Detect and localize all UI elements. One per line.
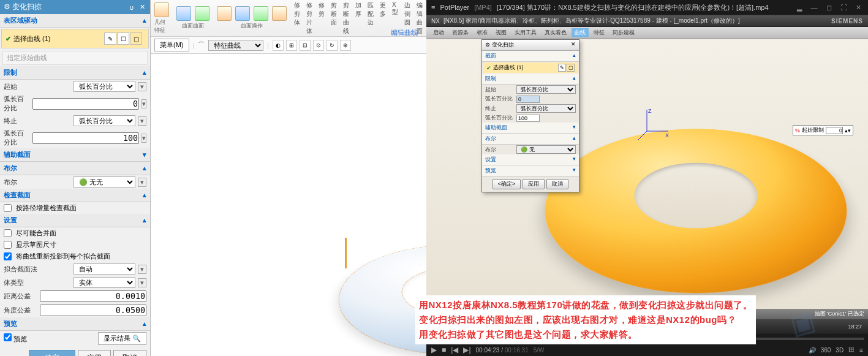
nx85-viewport: ⚙ 变化扫掠✕ 截面▴ ✔选择曲线 (1) ✎▢ 限制▴ 起始弧长百分比 弧长百… [426, 39, 868, 309]
dlg-close-icon[interactable]: ✕ [571, 41, 576, 49]
svg-text:Z: Z [648, 108, 652, 114]
stop-icon[interactable]: ■ [442, 346, 446, 354]
taskbar-clock: 18:27 [848, 324, 866, 330]
origin-curve-input: 指定原始曲线 [2, 51, 148, 65]
min-icon[interactable]: ▂ [794, 2, 804, 12]
auto-icon[interactable]: υ [127, 3, 136, 12]
playlist-icon[interactable]: ≡ [859, 347, 863, 354]
close-icon[interactable]: ✕ [138, 3, 146, 12]
nx12-main: 几何特征 曲面曲面 曲面操作 修剪体修剪片体 修剪剪断面 剪断曲线加厚 匹配边更… [151, 0, 426, 356]
svg-line-2 [638, 131, 647, 140]
dlg-ok-button[interactable]: <确定> [492, 179, 521, 189]
pot-app-name: PotPlayer [440, 4, 469, 11]
show-dim-cb[interactable] [4, 241, 12, 249]
ang-tol-input[interactable] [40, 305, 146, 316]
end-value-input[interactable] [32, 132, 139, 144]
start-limit-annotation[interactable]: %起始限制 ▴▾ [793, 125, 853, 135]
axis-triad-icon: ZX [635, 107, 671, 145]
dist-tol-input[interactable] [40, 290, 146, 302]
nx-logo-icon: NX [431, 18, 440, 25]
dlg-cancel-button[interactable]: 取消 [546, 179, 568, 189]
ribbon: 几何特征 曲面曲面 曲面操作 修剪体修剪片体 修剪剪断面 剪断曲线加厚 匹配边更… [151, 0, 426, 37]
ribbon-ico[interactable] [154, 2, 169, 17]
reproj-cb[interactable] [4, 252, 12, 260]
end-type-select[interactable]: 弧长百分比 [74, 115, 135, 126]
full-icon[interactable]: ⛶ [839, 2, 848, 12]
curve-type-select[interactable]: 特征曲线 [208, 40, 263, 51]
check-section-head[interactable]: 检查截面▴ [0, 189, 150, 202]
dlg-start-input[interactable] [516, 96, 540, 103]
preview-head[interactable]: 预览▴ [0, 317, 150, 331]
mode-3d[interactable]: 3D [836, 347, 843, 354]
ok-button[interactable]: < 确定 > [29, 350, 75, 356]
menu-button[interactable]: 菜单(M) [154, 39, 189, 51]
svg-text:X: X [665, 132, 669, 138]
panel-title: 变化扫掠 [12, 2, 42, 11]
nx85-dialog: ⚙ 变化扫掠✕ 截面▴ ✔选择曲线 (1) ✎▢ 限制▴ 起始弧长百分比 弧长百… [481, 39, 579, 192]
selector-icon-1[interactable]: ✎ [104, 32, 116, 45]
stepper-icon[interactable]: ▴▾ [845, 127, 851, 134]
pot-title: [170/394] 第170讲：NX8.5建模之扫掠与变化的扫掠在建模中的应用(… [497, 3, 769, 12]
show-result-button[interactable]: 显示结果 🔍 [98, 332, 146, 345]
hamburger-icon[interactable]: ≡ [431, 4, 435, 11]
dlg-select-row[interactable]: ✔选择曲线 (1) ✎▢ [484, 62, 577, 73]
aux-section-head[interactable]: 辅助截面▾ [0, 148, 150, 162]
prev-icon[interactable]: |◀ [451, 346, 458, 354]
start-value-input[interactable] [32, 98, 139, 110]
pot-titlebar: ≡ PotPlayer [MP4] [170/394] 第170讲：NX8.5建… [426, 0, 868, 15]
edge-highlight [345, 238, 347, 268]
settings-head[interactable]: 设置▴ [0, 214, 150, 227]
apply-button[interactable]: 应用 [78, 350, 111, 356]
pot-time: 00:04:23 / 00:16:31 [476, 347, 529, 354]
close-window-icon[interactable]: ✕ [853, 2, 863, 12]
cancel-button[interactable]: 取消 [113, 350, 146, 356]
start-type-select[interactable]: 弧长百分比 [74, 81, 135, 92]
torus-model [315, 244, 426, 355]
merge-cb[interactable] [4, 229, 12, 237]
preview-cb[interactable] [4, 333, 12, 341]
caret-icon[interactable]: ▾ [138, 82, 146, 91]
siemens-logo: SIEMENS [831, 18, 863, 25]
sub-toolbar: 菜单(M) | ⌒ 特征曲线 | ◐⊞ ⊡⊙ ↻⊕ [151, 37, 426, 54]
nx-dialog-panel: ⚙ 变化扫掠 υ ✕ 表区域驱动▴ ✔ 选择曲线 (1) ✎ ☐ ▢ 指定原始曲… [0, 0, 151, 356]
select-curves-row[interactable]: ✔ 选择曲线 (1) ✎ ☐ ▢ [1, 29, 149, 48]
curve-icon[interactable]: ⌒ [198, 40, 205, 50]
fit-method-select[interactable]: 自动 [74, 263, 135, 275]
limits-head[interactable]: 限制▴ [0, 66, 150, 80]
play-icon[interactable]: ▶ [431, 346, 437, 354]
section-driver-head[interactable]: 表区域驱动▴ [0, 14, 150, 28]
mode-ht[interactable]: 田 [848, 346, 855, 354]
boolean-head[interactable]: 布尔▴ [0, 162, 150, 175]
selector-icon-3[interactable]: ▢ [130, 32, 142, 45]
selector-icon-2[interactable]: ☐ [117, 32, 129, 45]
nx-tool-item[interactable]: 启动 [430, 28, 447, 37]
nx85-titlebar: NX [NX8.5] 家用/商用电器冰箱、冷柜、陈列柜、岛柜等专业设计-QQ12… [426, 15, 868, 27]
body-type-select[interactable]: 实体 [74, 277, 135, 288]
volume-icon[interactable]: 🔊 [809, 347, 816, 354]
bool-select[interactable]: 🟢 无无 [74, 176, 135, 187]
nx85-toolbar: 启动 资源条 标准 视图 实用工具 真实看色 曲线 特征 同步建模 [426, 27, 868, 39]
next-icon[interactable]: ▶| [463, 346, 470, 354]
check-icon: ✔ [6, 35, 11, 43]
max-icon[interactable]: ◻ [824, 2, 834, 12]
check-by-seg-cb[interactable] [4, 204, 12, 212]
dlg-apply-button[interactable]: 应用 [523, 179, 545, 189]
minimize-icon[interactable]: — [809, 2, 819, 12]
question-text: 用NX12按唐康林NX8.5教程第170讲做的花盘，做到变化扫掠这步就出问题了。… [415, 295, 756, 344]
panel-header: ⚙ 变化扫掠 υ ✕ [0, 0, 150, 14]
nx12-viewport[interactable] [151, 54, 426, 356]
sub-icon[interactable]: ◐ [273, 40, 284, 51]
edit-curve-link[interactable]: 编辑曲线 [391, 28, 418, 37]
